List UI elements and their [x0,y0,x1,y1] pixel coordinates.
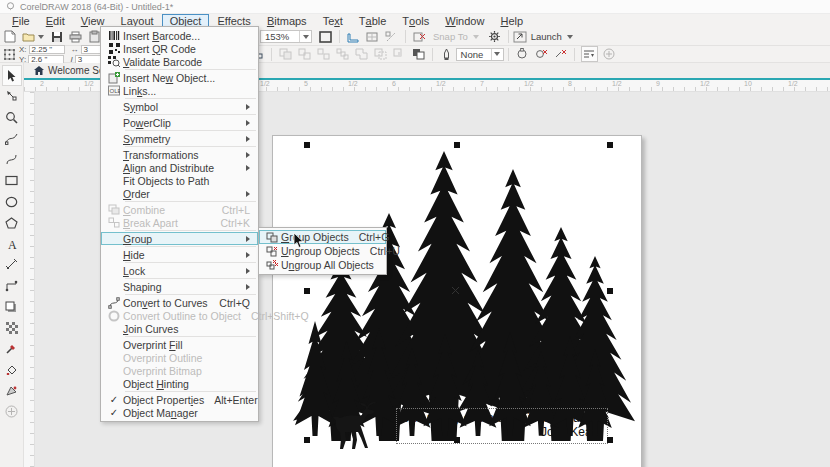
menubar-item-window[interactable]: Window [437,14,492,28]
menu-item-symbol[interactable]: Symbol [101,100,258,113]
menu-item-validate-barcode[interactable]: Validate Barcode [101,55,258,68]
parallel-dimension-tool-icon[interactable] [2,254,22,275]
selection-handle[interactable] [304,288,310,294]
document-page[interactable]: The poetry of the earth is never dead. J… [272,135,642,467]
menubar-item-file[interactable]: File [4,14,38,28]
clear-transformations-icon[interactable] [553,47,568,61]
home-icon [34,66,44,75]
menu-item-convert-to-curves[interactable]: Convert to CurvesCtrl+Q [101,296,258,309]
quote-text-frame[interactable]: The poetry of the earth is never dead. J… [396,408,608,444]
launch-dropdown[interactable]: Launch [513,31,573,43]
menu-item-label: Overprint Fill [123,339,183,351]
menu-item-object-hinting[interactable]: Object Hinting [101,377,258,390]
menu-item-label: Fit Objects to Path [123,175,209,187]
rectangle-tool-icon[interactable] [2,170,22,191]
outline-width-combo[interactable]: None [456,48,504,61]
ungroup-icon-disabled [316,47,331,61]
new-document-icon[interactable] [2,30,17,44]
zoom-level-combo[interactable]: 153% [260,30,312,43]
pick-tool-icon[interactable] [2,65,22,86]
open-folder-icon[interactable] [21,30,45,44]
selection-handle[interactable] [454,142,460,148]
menubar-item-text[interactable]: Text [315,14,351,28]
selection-handle[interactable] [607,142,613,148]
wrap-text-icon[interactable] [581,46,598,62]
options-gear-icon[interactable] [487,30,502,44]
selection-handle[interactable] [454,437,460,443]
menu-item-shaping[interactable]: Shaping [101,280,258,293]
remove-effects-icon[interactable] [534,47,549,61]
window-title: CorelDRAW 2018 (64-Bit) - Untitled-1* [20,2,173,12]
menu-item-object-properties[interactable]: ✓Object PropertiesAlt+Enter [101,393,258,406]
menu-item-insert-qr-code[interactable]: Insert QR Code [101,42,258,55]
ruler-label: 6 [392,80,396,87]
full-screen-preview-icon[interactable] [318,30,333,44]
outline-combo-arrow-icon[interactable] [491,49,503,60]
show-guidelines-icon[interactable] [384,30,399,44]
freehand-tool-icon[interactable] [2,128,22,149]
customize-plus-tool-icon[interactable] [2,401,22,422]
drop-shadow-tool-icon[interactable] [2,296,22,317]
menubar-item-tools[interactable]: Tools [394,14,437,28]
menubar-item-edit[interactable]: Edit [38,14,73,28]
menu-separator [125,130,256,131]
color-eyedropper-tool-icon[interactable] [2,338,22,359]
interactive-fill-tool-icon[interactable] [2,359,22,380]
menu-item-order[interactable]: Order [101,187,258,200]
vertical-ruler[interactable] [24,92,35,467]
selection-handle[interactable] [304,437,310,443]
zoom-combo-arrow-icon[interactable] [299,31,311,42]
outline-pen-icon[interactable] [439,47,454,61]
selection-handle[interactable] [304,142,310,148]
snap-off-icon[interactable] [412,30,427,44]
smart-fill-tool-icon[interactable] [2,380,22,401]
menubar-item-bitmaps[interactable]: Bitmaps [259,14,315,28]
submenu-item-ungroup-all-objects[interactable]: Ungroup All Objects [259,258,386,272]
submenu-item-ungroup-objects[interactable]: Ungroup ObjectsCtrl+U [259,244,386,258]
new-object-icon [105,72,123,84]
print-icon[interactable] [68,30,83,44]
menu-item-links[interactable]: OLELinks... [101,84,258,97]
x-position-field[interactable]: 2.25 " [29,45,65,54]
bezier-tool-icon[interactable] [2,149,22,170]
show-grid-icon[interactable] [365,30,380,44]
to-curves-icon[interactable] [515,47,530,61]
check-icon: ✓ [105,394,123,405]
selection-handle[interactable] [607,288,613,294]
text-tool-icon[interactable]: A [2,233,22,254]
menu-item-label: Convert Outline to Object [123,310,241,322]
menubar-item-table[interactable]: Table [351,14,395,28]
menu-item-hide[interactable]: Hide [101,248,258,261]
ellipse-tool-icon[interactable] [2,191,22,212]
menu-item-label: Links... [123,85,156,97]
add-plus-icon[interactable] [602,47,617,61]
group-icon-disabled [297,47,312,61]
menu-item-insert-barcode[interactable]: Insert Barcode... [101,29,258,42]
show-rulers-icon[interactable] [346,30,361,44]
object-origin-icon[interactable] [2,47,17,61]
menu-item-powerclip[interactable]: PowerClip [101,116,258,129]
submenu-item-group-objects[interactable]: Group ObjectsCtrl+G [259,230,386,244]
polygon-tool-icon[interactable] [2,212,22,233]
menu-item-overprint-fill[interactable]: Overprint Fill [101,338,258,351]
menu-item-join-curves[interactable]: Join Curves [101,322,258,335]
menu-item-fit-objects-to-path[interactable]: Fit Objects to Path [101,174,258,187]
break-apart-icon [105,217,123,228]
front-back-icon[interactable] [411,47,426,61]
menu-item-combine: CombineCtrl+L [101,203,258,216]
menu-item-transformations[interactable]: Transformations [101,148,258,161]
connector-tool-icon[interactable] [2,275,22,296]
menu-item-symmetry[interactable]: Symmetry [101,132,258,145]
selection-handle[interactable] [607,437,613,443]
zoom-tool-icon[interactable] [2,107,22,128]
menu-item-lock[interactable]: Lock [101,264,258,277]
menu-item-insert-new-object[interactable]: Insert New Object... [101,71,258,84]
menubar-item-help[interactable]: Help [492,14,531,28]
save-icon[interactable] [49,30,64,44]
toolbox: A [0,63,24,467]
transparency-tool-icon[interactable] [2,317,22,338]
menu-item-align-and-distribute[interactable]: Align and Distribute [101,161,258,174]
shape-tool-icon[interactable] [2,86,22,107]
menu-item-object-manager[interactable]: ✓Object Manager [101,406,258,419]
menu-item-group[interactable]: Group [101,232,258,245]
